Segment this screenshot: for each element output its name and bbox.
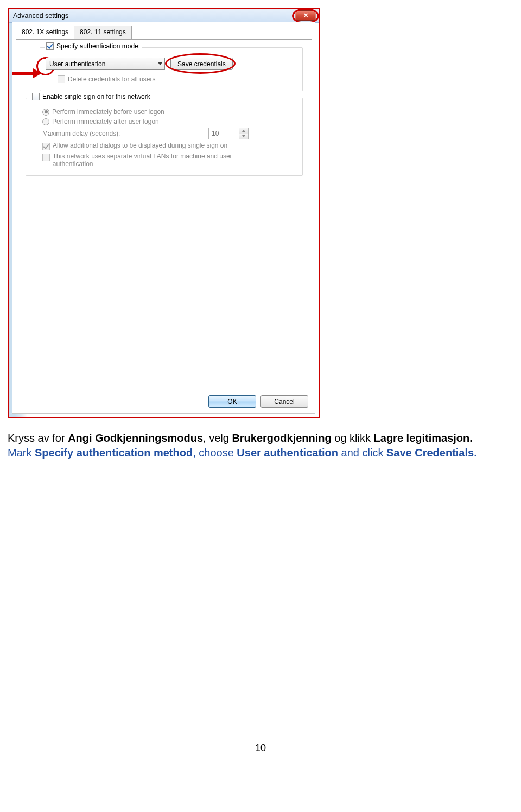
spinner-down[interactable] xyxy=(239,134,248,139)
tab-panel: Specify authentication mode: User authen… xyxy=(16,39,312,186)
auth-mode-row: User authentication Save credentials xyxy=(46,58,297,70)
sso-after-label: Perform immediately after user logon xyxy=(52,118,159,125)
titlebar: Advanced settings ✕ xyxy=(9,9,319,23)
advanced-settings-dialog: Advanced settings ✕ 802. 1X settings 802… xyxy=(8,8,320,418)
cap-no-1: Kryss av for xyxy=(8,432,68,444)
save-credentials-button[interactable]: Save credentials xyxy=(170,58,233,70)
cap-en-bold2: User authentication xyxy=(237,447,338,459)
sso-group: Enable single sign on for this network P… xyxy=(26,98,303,176)
sso-before-label: Perform immediately before user logon xyxy=(52,108,164,116)
cap-no-2: , velg xyxy=(203,432,232,444)
cap-no-bold1: Angi Godkjenningsmodus xyxy=(68,432,203,444)
sso-vlan-checkbox[interactable] xyxy=(42,154,50,161)
ok-button[interactable]: OK xyxy=(208,395,256,408)
close-button[interactable]: ✕ xyxy=(295,10,316,21)
sso-allow-dialogs-checkbox[interactable] xyxy=(42,143,50,150)
sso-enable-label: Enable single sign on for this network xyxy=(42,93,150,100)
sso-enable-checkbox[interactable] xyxy=(32,93,40,100)
sso-allow-dialogs-label: Allow additional dialogs to be displayed… xyxy=(53,142,227,149)
dialog-footer: OK Cancel xyxy=(208,395,308,408)
delete-credentials-checkbox[interactable] xyxy=(58,75,65,83)
sso-maxdelay-row: Maximum delay (seconds): 10 xyxy=(42,128,249,139)
annotation-arrow xyxy=(12,69,43,77)
dialog-client-area: 802. 1X settings 802. 11 settings Specif… xyxy=(12,23,315,414)
specify-auth-group: Specify authentication mode: User authen… xyxy=(40,47,303,91)
sso-vlan-label: This network uses separate virtual LANs … xyxy=(53,153,270,168)
auth-mode-dropdown[interactable]: User authentication xyxy=(46,58,165,70)
instruction-text: Kryss av for Angi Godkjenningsmodus, vel… xyxy=(8,431,513,460)
specify-auth-checkbox[interactable] xyxy=(46,42,54,50)
tab-strip: 802. 1X settings 802. 11 settings xyxy=(12,22,315,39)
tab-80211[interactable]: 802. 11 settings xyxy=(74,26,132,39)
cap-no-bold2: Brukergodkjenning xyxy=(232,432,331,444)
sso-allow-dialogs-row: Allow additional dialogs to be displayed… xyxy=(42,142,270,150)
triangle-down-icon xyxy=(242,135,245,137)
delete-credentials-label: Delete credentials for all users xyxy=(68,75,155,83)
sso-vlan-row: This network uses separate virtual LANs … xyxy=(42,153,270,168)
cap-en-3: and click xyxy=(338,447,386,459)
cap-en-1: Mark xyxy=(8,447,35,459)
cap-no-bold3: Lagre legitimasjon. xyxy=(374,432,473,444)
close-icon: ✕ xyxy=(303,12,308,18)
sso-before-radio[interactable] xyxy=(42,109,49,116)
specify-auth-label: Specify authentication mode: xyxy=(56,42,140,50)
sso-before-row: Perform immediately before user logon xyxy=(42,108,297,116)
cap-en-2: , choose xyxy=(193,447,237,459)
sso-after-row: Perform immediately after user logon xyxy=(42,118,297,125)
sso-maxdelay-label: Maximum delay (seconds): xyxy=(42,130,120,137)
specify-auth-legend: Specify authentication mode: xyxy=(45,42,142,50)
spinner-up[interactable] xyxy=(239,128,248,134)
sso-legend: Enable single sign on for this network xyxy=(30,93,152,100)
auth-mode-value: User authentication xyxy=(49,60,105,68)
sso-after-radio[interactable] xyxy=(42,118,49,125)
cap-en-bold1: Specify authentication method xyxy=(35,447,193,459)
triangle-up-icon xyxy=(242,130,245,132)
window-title: Advanced settings xyxy=(13,12,68,20)
chevron-down-icon xyxy=(158,62,162,65)
cap-no-3: og klikk xyxy=(332,432,374,444)
page-number: 10 xyxy=(8,743,513,754)
cap-en-bold3: Save Credentials. xyxy=(386,447,477,459)
tab-8021x[interactable]: 802. 1X settings xyxy=(16,26,74,39)
cancel-button[interactable]: Cancel xyxy=(260,395,308,408)
sso-maxdelay-value: 10 xyxy=(209,128,239,139)
delete-credentials-row: Delete credentials for all users xyxy=(46,75,297,83)
sso-maxdelay-spinner[interactable]: 10 xyxy=(208,128,249,139)
